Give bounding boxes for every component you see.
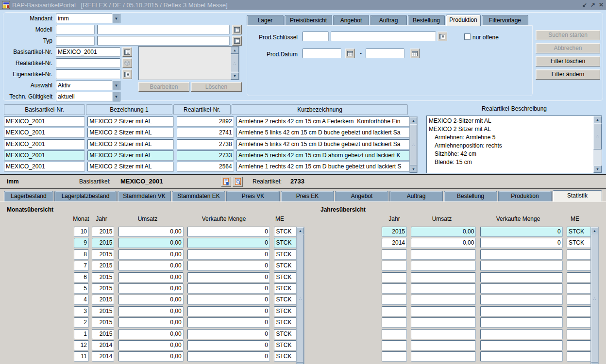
modell-text-input[interactable] <box>97 25 230 34</box>
scroll-up-icon[interactable] <box>593 116 602 123</box>
scroll-thumb[interactable] <box>593 123 602 149</box>
umsatz-cell[interactable] <box>411 249 476 260</box>
menge-cell[interactable] <box>480 272 563 282</box>
typ-text-input[interactable] <box>97 36 230 46</box>
filter-tab[interactable]: Bestellung <box>408 15 445 26</box>
memo-scrollbar[interactable] <box>231 47 239 80</box>
umsatz-cell[interactable]: 0,00 <box>118 272 184 282</box>
cell-realartikel[interactable]: 2738 <box>177 139 234 149</box>
jahres-scrollbar[interactable] <box>590 227 599 364</box>
umsatz-cell[interactable] <box>411 295 476 305</box>
scroll-up-icon[interactable] <box>297 227 304 234</box>
auswahl-combo[interactable]: ▼ <box>56 81 120 90</box>
umsatz-cell[interactable]: 0,00 <box>118 351 184 362</box>
detail-tab[interactable]: Stammdaten VK <box>118 191 171 201</box>
monats-row[interactable]: 5 2015 0,00 0 STCK <box>74 283 301 294</box>
monats-row[interactable]: 3 2015 0,00 0 STCK <box>74 306 301 316</box>
cell-realartikel[interactable]: 2892 <box>177 116 234 127</box>
auswahl-input[interactable] <box>56 81 112 90</box>
cell-kurzbezeichnung[interactable]: Armlehne 1 rechts 42 cm 15 cm D buche ge… <box>236 162 413 172</box>
umsatz-cell[interactable]: 0,00 <box>118 238 184 248</box>
cell-bezeichnung[interactable]: MEXICO 2 Sitzer mit AL <box>87 139 174 149</box>
umsatz-cell[interactable]: 0,00 <box>411 227 476 237</box>
typ-input[interactable] <box>56 36 95 46</box>
me-cell[interactable] <box>567 295 593 305</box>
monat-cell[interactable]: 3 <box>74 306 89 316</box>
jahres-row[interactable] <box>382 272 593 282</box>
close-icon[interactable]: ✕ <box>599 0 604 9</box>
me-cell[interactable] <box>567 283 593 294</box>
jahr-cell[interactable] <box>382 351 407 362</box>
detail-tab[interactable]: Bestellung <box>444 191 497 201</box>
jahr-cell[interactable]: 2015 <box>92 238 114 248</box>
me-cell[interactable] <box>567 272 593 282</box>
basisartikel-lov-button[interactable] <box>122 47 132 57</box>
jahr-cell[interactable]: 2014 <box>92 340 114 350</box>
prod-schluessel-lov-button[interactable] <box>438 32 447 41</box>
cell-basisartikel[interactable]: MEXICO_2001 <box>4 116 85 127</box>
jahres-row[interactable] <box>382 317 593 328</box>
typ-lov-button[interactable] <box>232 36 242 46</box>
detail-tab[interactable]: Lagerbestand <box>4 191 53 201</box>
jahr-cell[interactable] <box>382 295 407 305</box>
menge-cell[interactable] <box>480 329 563 339</box>
eigenartikel-lov-button[interactable] <box>122 69 132 79</box>
jahres-row[interactable] <box>382 351 593 362</box>
basisartikel-input[interactable] <box>56 47 120 57</box>
result-row[interactable]: MEXICO_2001 MEXICO 2 Sitzer mit AL 2564 … <box>4 162 409 172</box>
scroll-down-icon[interactable] <box>410 165 417 173</box>
menge-cell[interactable]: 0 <box>187 306 270 316</box>
jahr-cell[interactable]: 2015 <box>92 317 114 328</box>
nur-offene-checkbox[interactable] <box>464 33 471 40</box>
monat-cell[interactable]: 12 <box>74 340 89 350</box>
filter-tab[interactable]: Preisübersicht <box>285 15 332 26</box>
jahr-cell[interactable] <box>382 283 407 294</box>
action-button[interactable]: Filter ändern <box>536 69 600 80</box>
prod-schluessel-text-input[interactable] <box>331 32 436 41</box>
jahr-cell[interactable]: 2015 <box>92 272 114 282</box>
me-cell[interactable] <box>567 249 593 260</box>
mandant-input[interactable] <box>56 14 112 23</box>
prod-schluessel-code-input[interactable] <box>303 32 329 41</box>
detail-tab[interactable]: Lagerplatzbestand <box>54 191 117 201</box>
menge-cell[interactable] <box>480 261 563 271</box>
menge-cell[interactable]: 0 <box>187 340 270 350</box>
jahr-cell[interactable] <box>382 306 407 316</box>
jahres-row[interactable] <box>382 329 593 339</box>
filter-tab[interactable]: Produktion <box>446 15 481 26</box>
action-button[interactable]: Suchen starten <box>536 30 600 40</box>
loeschen-button[interactable]: Löschen <box>191 82 242 92</box>
cell-bezeichnung[interactable]: MEXICO 2 Sitzer mit AL <box>87 162 174 172</box>
umsatz-cell[interactable]: 0,00 <box>118 317 184 328</box>
scroll-up-icon[interactable] <box>410 117 417 124</box>
menge-cell[interactable]: 0 <box>187 249 270 260</box>
monat-cell[interactable]: 4 <box>74 295 89 305</box>
monats-row[interactable]: 2 2015 0,00 0 STCK <box>74 317 301 328</box>
cell-bezeichnung[interactable]: MEXICO 2 Sitzer mit AL <box>87 128 174 138</box>
monats-row[interactable]: 8 2015 0,00 0 STCK <box>74 249 301 260</box>
dropdown-arrow-icon[interactable]: ▼ <box>112 92 120 101</box>
scroll-thumb[interactable] <box>231 54 239 72</box>
monats-scrollbar[interactable] <box>296 227 304 364</box>
prod-datum-von-calendar-button[interactable] <box>345 49 355 58</box>
jahr-cell[interactable]: 2015 <box>92 283 114 294</box>
scroll-thumb[interactable] <box>591 234 598 363</box>
umsatz-cell[interactable]: 0,00 <box>118 295 184 305</box>
monat-cell[interactable]: 11 <box>74 351 89 362</box>
restore-icon[interactable]: ↗ <box>590 0 595 9</box>
cell-realartikel[interactable]: 2733 <box>177 150 234 161</box>
umsatz-cell[interactable] <box>411 272 476 282</box>
umsatz-cell[interactable] <box>411 317 476 328</box>
monats-row[interactable]: 4 2015 0,00 0 STCK <box>74 295 301 305</box>
preview-description-button[interactable] <box>233 177 243 187</box>
filter-tab[interactable]: Angebot <box>333 15 369 26</box>
detail-tab[interactable]: Auftrag <box>389 191 443 201</box>
detail-tab[interactable]: Stammdaten EK <box>172 191 225 201</box>
menge-cell[interactable] <box>480 340 563 350</box>
cell-basisartikel[interactable]: MEXICO_2001 <box>4 128 85 138</box>
cell-basisartikel[interactable]: MEXICO_2001 <box>4 139 85 149</box>
result-row[interactable]: MEXICO_2001 MEXICO 2 Sitzer mit AL 2738 … <box>4 139 409 149</box>
cell-kurzbezeichnung[interactable]: Armlehne 5 links 42 cm 15 cm D buche geb… <box>236 139 413 149</box>
scroll-up-icon[interactable] <box>591 227 598 234</box>
monat-cell[interactable]: 8 <box>74 249 89 260</box>
